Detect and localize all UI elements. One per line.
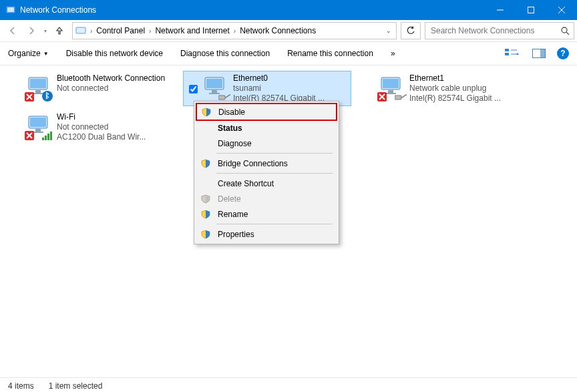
status-item-count: 4 items	[8, 381, 34, 391]
breadcrumb-dropdown[interactable]: ⌄	[383, 23, 395, 39]
search-input[interactable]	[429, 25, 558, 36]
context-menu-item[interactable]: Status	[196, 120, 337, 136]
connections-view[interactable]: Bluetooth Network ConnectionNot connecte…	[0, 65, 577, 377]
context-menu-label: Delete	[218, 194, 241, 204]
selection-checkbox[interactable]	[10, 73, 21, 83]
view-options-button[interactable]	[504, 46, 521, 61]
organize-menu[interactable]: Organize ▼	[8, 49, 49, 58]
connection-status: tsunami	[233, 83, 325, 93]
close-button[interactable]	[546, 0, 577, 20]
svg-rect-46	[395, 95, 401, 100]
svg-rect-6	[76, 27, 85, 33]
context-menu-label: Create Shortcut	[218, 179, 274, 188]
context-menu-label: Rename	[218, 210, 248, 219]
connection-status: Not connected	[57, 122, 146, 132]
help-button[interactable]: ?	[557, 47, 569, 59]
chevron-right-icon[interactable]: ›	[146, 27, 154, 35]
nav-forward-button[interactable]	[23, 22, 40, 39]
context-menu-separator	[216, 173, 333, 174]
context-menu-separator	[216, 153, 333, 154]
connection-device: AC1200 Dual Band Wir...	[57, 132, 146, 142]
svg-rect-25	[35, 129, 41, 132]
connection-name: Ethernet0	[233, 73, 325, 83]
svg-rect-14	[540, 49, 545, 57]
location-icon	[74, 25, 87, 36]
status-selection: 1 item selected	[49, 381, 103, 391]
cmd-diagnose[interactable]: Diagnose this connection	[180, 49, 270, 58]
svg-rect-1	[7, 7, 14, 12]
svg-rect-41	[388, 90, 393, 93]
svg-rect-32	[47, 134, 49, 140]
svg-rect-33	[50, 132, 52, 140]
connection-device: Intel(R) 82574L Gigabit ...	[409, 93, 501, 104]
shield-icon	[200, 210, 211, 219]
cmd-disable-device[interactable]: Disable this network device	[66, 49, 163, 58]
context-menu-item[interactable]: Properties	[196, 226, 337, 242]
selection-checkbox[interactable]	[10, 112, 21, 122]
context-menu-item: Delete	[196, 191, 337, 206]
minimize-button[interactable]	[485, 0, 516, 20]
svg-rect-40	[383, 79, 399, 88]
breadcrumb-item[interactable]: Control Panel	[95, 26, 146, 35]
svg-rect-3	[528, 7, 534, 13]
selection-checkbox[interactable]	[363, 73, 373, 83]
svg-rect-30	[42, 138, 44, 140]
shield-icon	[200, 159, 211, 168]
context-menu: DisableStatusDiagnose Bridge Connections…	[194, 101, 339, 244]
organize-label: Organize	[8, 49, 41, 58]
shield-icon	[201, 108, 212, 117]
context-menu-item[interactable]: Rename	[196, 206, 337, 222]
context-menu-label: Disable	[218, 108, 245, 117]
connection-name: Wi-Fi	[57, 112, 146, 122]
wifi-adapter-icon	[25, 112, 53, 140]
ethernet-adapter-icon	[377, 73, 405, 102]
svg-line-8	[566, 32, 569, 35]
context-menu-item[interactable]: Diagnose	[196, 136, 337, 151]
context-menu-item[interactable]: Disable	[196, 103, 337, 121]
search-box[interactable]	[425, 22, 574, 39]
cmd-overflow[interactable]: »	[391, 49, 395, 58]
svg-rect-36	[212, 90, 217, 93]
svg-rect-16	[30, 79, 46, 88]
command-bar: Organize ▼ Disable this network device D…	[0, 42, 577, 65]
refresh-button[interactable]	[401, 22, 421, 39]
selection-checkbox[interactable]	[186, 73, 197, 95]
svg-rect-24	[30, 118, 46, 127]
window-icon	[5, 5, 16, 15]
bluetooth-adapter-icon	[25, 73, 53, 102]
connection-item[interactable]: Ethernet1Network cable unplugIntel(R) 82…	[359, 71, 528, 106]
connection-name: Ethernet1	[409, 73, 501, 83]
nav-up-button[interactable]	[51, 22, 68, 39]
search-icon[interactable]	[560, 26, 570, 35]
maximize-button[interactable]	[516, 0, 546, 20]
context-menu-label: Status	[218, 124, 242, 133]
connection-item[interactable]: Wi-FiNot connectedAC1200 Dual Band Wir..…	[7, 110, 175, 145]
nav-recent-dropdown[interactable]: ▾	[41, 28, 49, 34]
connection-status: Network cable unplug	[409, 83, 501, 93]
connection-status: Not connected	[57, 83, 165, 93]
svg-rect-31	[45, 136, 47, 140]
cmd-rename[interactable]: Rename this connection	[287, 49, 373, 58]
shield-icon	[200, 194, 211, 204]
shield-icon	[200, 230, 211, 239]
connection-item[interactable]: Bluetooth Network ConnectionNot connecte…	[7, 71, 175, 104]
svg-rect-35	[206, 79, 222, 88]
status-bar: 4 items 1 item selected	[0, 377, 577, 392]
context-menu-item[interactable]: Bridge Connections	[196, 156, 337, 171]
chevron-right-icon[interactable]: ›	[231, 27, 238, 35]
breadcrumb[interactable]: › Control Panel › Network and Internet ›…	[72, 22, 397, 39]
preview-pane-button[interactable]	[530, 46, 548, 61]
nav-back-button[interactable]	[4, 22, 21, 39]
breadcrumb-item[interactable]: Network Connections	[238, 26, 317, 35]
address-bar: ▾ › Control Panel › Network and Internet…	[0, 20, 577, 42]
ethernet-adapter-icon	[201, 73, 229, 102]
chevron-right-icon[interactable]: ›	[87, 27, 95, 35]
context-menu-label: Diagnose	[218, 139, 252, 148]
svg-point-7	[562, 27, 567, 33]
breadcrumb-item[interactable]: Network and Internet	[154, 26, 230, 35]
context-menu-label: Bridge Connections	[218, 159, 288, 168]
context-menu-separator	[216, 224, 333, 224]
context-menu-item[interactable]: Create Shortcut	[196, 176, 337, 191]
svg-rect-17	[35, 90, 41, 93]
chevron-down-icon: ▼	[43, 51, 49, 57]
